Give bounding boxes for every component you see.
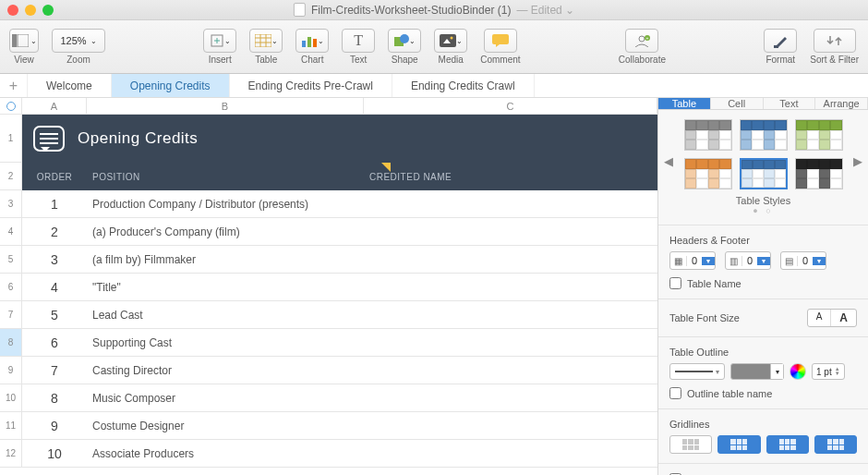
- cell-position[interactable]: Casting Director: [87, 357, 364, 384]
- table-row[interactable]: 86Supporting Cast: [0, 329, 657, 357]
- stepper-arrows-icon[interactable]: ▲▼: [835, 367, 840, 376]
- add-sheet-button[interactable]: +: [0, 74, 28, 97]
- gridlines-vertical-button[interactable]: [717, 435, 760, 454]
- cell-position[interactable]: "Title": [87, 274, 364, 300]
- cell-credited[interactable]: [364, 218, 657, 245]
- outline-width-stepper[interactable]: 1 pt▲▼: [812, 363, 845, 380]
- close-window-button[interactable]: [7, 5, 18, 16]
- table-row[interactable]: 97Casting Director: [0, 357, 657, 384]
- sort-filter-button[interactable]: [814, 29, 856, 53]
- row-header[interactable]: 9: [0, 357, 22, 384]
- cell-order[interactable]: 5: [22, 301, 87, 328]
- font-larger-button[interactable]: A: [831, 310, 856, 326]
- cell-order[interactable]: 7: [22, 357, 87, 384]
- sheet-tab-ending-pre-crawl[interactable]: Ending Credits Pre-Crawl: [230, 74, 392, 97]
- header-cols-stepper[interactable]: ▥0▾: [725, 251, 771, 270]
- cell-order[interactable]: 1: [22, 190, 87, 217]
- row-header[interactable]: 4: [0, 218, 22, 245]
- table-row[interactable]: 53(a film by) Filmmaker: [0, 246, 657, 274]
- inspector-tab-text[interactable]: Text: [764, 98, 816, 109]
- table-row[interactable]: 1 Opening Credits: [0, 115, 657, 163]
- cell-credited[interactable]: [364, 274, 657, 300]
- minimize-window-button[interactable]: [25, 5, 36, 16]
- table-row[interactable]: 64"Title": [0, 274, 657, 301]
- column-header-b[interactable]: B: [87, 98, 364, 114]
- table-row[interactable]: 108Music Composer: [0, 384, 657, 412]
- gridlines-header-h-button[interactable]: [766, 435, 809, 454]
- sheet-tab-welcome[interactable]: Welcome: [28, 74, 112, 97]
- cell-position[interactable]: Production Company / Distributor (presen…: [87, 190, 364, 217]
- table-row[interactable]: 42(a) Producer's Company (film): [0, 218, 657, 246]
- row-header[interactable]: 7: [0, 301, 22, 328]
- row-header[interactable]: 1: [0, 115, 22, 162]
- row-header[interactable]: 2: [0, 163, 22, 189]
- table-row[interactable]: 119Costume Designer: [0, 412, 657, 440]
- table-row[interactable]: 1210Associate Producers: [0, 440, 657, 468]
- row-header[interactable]: 12: [0, 440, 22, 467]
- view-button[interactable]: ⌄: [9, 29, 39, 53]
- cell-credited[interactable]: [364, 329, 657, 356]
- cell-order[interactable]: 3: [22, 246, 87, 273]
- insert-button[interactable]: ⌄: [203, 29, 236, 53]
- table-style-thumbnail[interactable]: [740, 119, 788, 151]
- format-button[interactable]: [764, 29, 797, 53]
- sheet-tab-ending-crawl[interactable]: Ending Credits Crawl: [392, 74, 535, 97]
- stepper-arrows-icon[interactable]: ▾: [757, 257, 770, 265]
- cell-credited[interactable]: [364, 384, 657, 411]
- styles-prev-button[interactable]: ◀: [664, 154, 673, 168]
- gridlines-horizontal-button[interactable]: [669, 435, 712, 454]
- cell-credited[interactable]: [364, 440, 657, 467]
- table-style-thumbnail[interactable]: [795, 119, 843, 151]
- row-header[interactable]: 8: [0, 329, 22, 356]
- row-header[interactable]: 11: [0, 412, 22, 439]
- page-dots[interactable]: ● ○: [669, 206, 857, 215]
- cell-credited[interactable]: [364, 246, 657, 273]
- cell-order[interactable]: 4: [22, 274, 87, 300]
- inspector-tab-cell[interactable]: Cell: [711, 98, 764, 109]
- cell-credited[interactable]: [364, 357, 657, 384]
- cell-credited[interactable]: [364, 190, 657, 217]
- cell-order[interactable]: 10: [22, 440, 87, 467]
- window-title[interactable]: Film-Credits-Worksheet-StudioBinder (1) …: [294, 3, 574, 17]
- table-name-checkbox[interactable]: Table Name: [669, 277, 857, 289]
- chart-button[interactable]: ⌄: [295, 29, 329, 53]
- outline-name-check-input[interactable]: [669, 387, 681, 399]
- zoom-select[interactable]: 125%⌄: [52, 29, 105, 53]
- row-header[interactable]: 5: [0, 246, 22, 273]
- cell-credited[interactable]: [364, 301, 657, 328]
- row-header[interactable]: 3: [0, 190, 22, 217]
- row-header[interactable]: 10: [0, 384, 22, 411]
- footer-rows-stepper[interactable]: ▤0▾: [780, 251, 826, 270]
- cell-position[interactable]: Music Composer: [87, 384, 364, 411]
- color-wheel-button[interactable]: [790, 363, 806, 380]
- outline-style-select[interactable]: ▾: [669, 363, 725, 380]
- select-all-corner[interactable]: [0, 98, 22, 114]
- table-style-thumbnail[interactable]: [740, 158, 788, 189]
- sheet-tab-opening-credits[interactable]: Opening Credits: [112, 74, 230, 97]
- column-header-c[interactable]: C: [364, 98, 657, 114]
- inspector-tab-arrange[interactable]: Arrange: [815, 98, 868, 109]
- table-style-thumbnail[interactable]: [795, 158, 843, 189]
- cell-order[interactable]: 6: [22, 329, 87, 356]
- table-row[interactable]: 75Lead Cast: [0, 301, 657, 329]
- table-style-thumbnail[interactable]: [684, 158, 732, 189]
- cell-order[interactable]: 9: [22, 412, 87, 439]
- column-header-a[interactable]: A: [22, 98, 87, 114]
- collaborate-button[interactable]: +: [625, 29, 658, 53]
- cell-position[interactable]: (a) Producer's Company (film): [87, 218, 364, 245]
- inspector-tab-table[interactable]: Table: [658, 98, 711, 109]
- comment-indicator-icon[interactable]: [381, 163, 391, 172]
- stepper-arrows-icon[interactable]: ▾: [702, 257, 715, 265]
- media-button[interactable]: ⌄: [434, 29, 467, 53]
- cell-position[interactable]: Supporting Cast: [87, 329, 364, 356]
- cell-order[interactable]: 8: [22, 384, 87, 411]
- table-button[interactable]: ⌄: [249, 29, 283, 53]
- shape-button[interactable]: ⌄: [388, 29, 421, 53]
- cell-position[interactable]: Costume Designer: [87, 412, 364, 439]
- cell-position[interactable]: Lead Cast: [87, 301, 364, 328]
- outline-color-select[interactable]: ▾: [730, 363, 784, 380]
- styles-next-button[interactable]: ▶: [853, 154, 862, 168]
- row-header[interactable]: 6: [0, 274, 22, 300]
- stepper-arrows-icon[interactable]: ▾: [813, 257, 826, 265]
- spreadsheet[interactable]: A B C 1 Opening Credits 2 ORDER POSITION…: [0, 98, 657, 475]
